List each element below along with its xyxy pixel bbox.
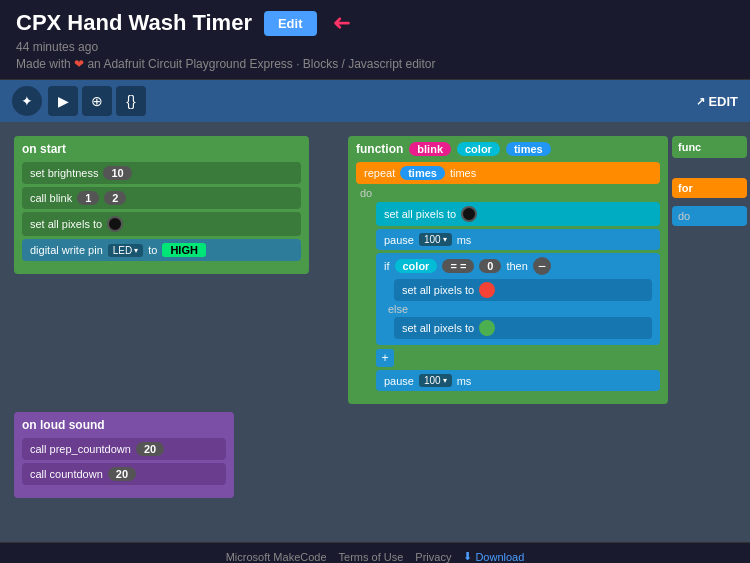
func-blink-header: function blink color times	[356, 142, 660, 156]
arrow-indicator: ➜	[333, 10, 351, 36]
pause-val-select[interactable]: 100 ▾	[419, 233, 452, 246]
black-circle-inner	[461, 206, 477, 222]
toolbar: ✦ ▶ ⊕ {} ↗ EDIT	[0, 80, 750, 122]
else-label: else	[384, 303, 652, 315]
play-button[interactable]: ▶	[48, 86, 78, 116]
pause-val-select-2[interactable]: 100 ▾	[419, 374, 452, 387]
times-param: times	[506, 142, 551, 156]
red-circle	[479, 282, 495, 298]
download-button[interactable]: ⬇ Download	[463, 550, 524, 563]
download-icon: ⬇	[463, 550, 472, 563]
pause-block-1[interactable]: pause 100 ▾ ms	[376, 229, 660, 250]
led-select[interactable]: LED ▾	[108, 244, 143, 257]
footer: Microsoft MakeCode Terms of Use Privacy …	[0, 542, 750, 563]
logo-icon: ✦	[12, 86, 42, 116]
zero-pill: 0	[479, 259, 501, 273]
call-countdown-block[interactable]: call countdown 20	[22, 463, 226, 485]
dropdown-arrow-icon: ▾	[134, 246, 138, 255]
func-blink-block[interactable]: function blink color times repeat times …	[348, 136, 668, 404]
dropdown-arrow-icon-2: ▾	[443, 376, 447, 385]
set-all-red-block[interactable]: set all pixels to	[394, 279, 652, 301]
set-all-pixels-black-block[interactable]: set all pixels to	[22, 212, 301, 236]
do-label: do	[356, 187, 660, 199]
code-button[interactable]: {}	[116, 86, 146, 116]
header-top: CPX Hand Wash Timer Edit ➜	[16, 10, 734, 36]
on-start-label: on start	[22, 142, 301, 156]
made-with: Made with ❤ an Adafruit Circuit Playgrou…	[16, 57, 734, 71]
prep-val: 20	[136, 442, 164, 456]
func-right-block: func	[672, 136, 747, 158]
call-prep-countdown-block[interactable]: call prep_countdown 20	[22, 438, 226, 460]
set-brightness-block[interactable]: set brightness 10	[22, 162, 301, 184]
if-block[interactable]: if color = = 0 then − set all pixels to …	[376, 253, 660, 345]
terms-link[interactable]: Terms of Use	[339, 551, 404, 563]
timestamp: 44 minutes ago	[16, 40, 734, 54]
countdown-val: 20	[108, 467, 136, 481]
toolbar-controls: ▶ ⊕ {}	[48, 86, 146, 116]
header: CPX Hand Wash Timer Edit ➜ 44 minutes ag…	[0, 0, 750, 80]
set-all-green-block[interactable]: set all pixels to	[394, 317, 652, 339]
call-blink-block[interactable]: call blink 1 2	[22, 187, 301, 209]
color-cmp-pill: color	[395, 259, 438, 273]
for-right-block: for	[672, 178, 747, 198]
plus-button[interactable]: +	[376, 349, 394, 367]
high-value: HIGH	[162, 243, 206, 257]
blink-arg2: 2	[104, 191, 126, 205]
on-loud-sound-label: on loud sound	[22, 418, 226, 432]
dropdown-arrow-icon: ▾	[443, 235, 447, 244]
set-black-inner[interactable]: set all pixels to	[376, 202, 660, 226]
heart-icon: ❤	[74, 57, 87, 71]
blink-func-name: blink	[409, 142, 451, 156]
canvas-area: on start set brightness 10 call blink 1 …	[0, 122, 750, 542]
hardware-button[interactable]: ⊕	[82, 86, 112, 116]
toolbar-left: ✦ ▶ ⊕ {}	[12, 86, 146, 116]
do-right-block: do	[672, 206, 747, 226]
times-repeat: times	[400, 166, 445, 180]
digital-write-block[interactable]: digital write pin LED ▾ to HIGH	[22, 239, 301, 261]
black-color-circle	[107, 216, 123, 232]
blink-arg1: 1	[77, 191, 99, 205]
repeat-block[interactable]: repeat times times	[356, 162, 660, 184]
edit-link[interactable]: ↗ EDIT	[696, 94, 738, 109]
page-title: CPX Hand Wash Timer	[16, 10, 252, 36]
brightness-value: 10	[103, 166, 131, 180]
on-start-block[interactable]: on start set brightness 10 call blink 1 …	[14, 136, 309, 274]
on-loud-sound-block[interactable]: on loud sound call prep_countdown 20 cal…	[14, 412, 234, 498]
pause-block-2[interactable]: pause 100 ▾ ms	[376, 370, 660, 391]
green-circle	[479, 320, 495, 336]
minus-button[interactable]: −	[533, 257, 551, 275]
external-link-icon: ↗	[696, 95, 705, 108]
color-param: color	[457, 142, 500, 156]
eq-pill: = =	[442, 259, 474, 273]
microsoft-makecode-link[interactable]: Microsoft MakeCode	[226, 551, 327, 563]
edit-button[interactable]: Edit	[264, 11, 317, 36]
privacy-link[interactable]: Privacy	[415, 551, 451, 563]
